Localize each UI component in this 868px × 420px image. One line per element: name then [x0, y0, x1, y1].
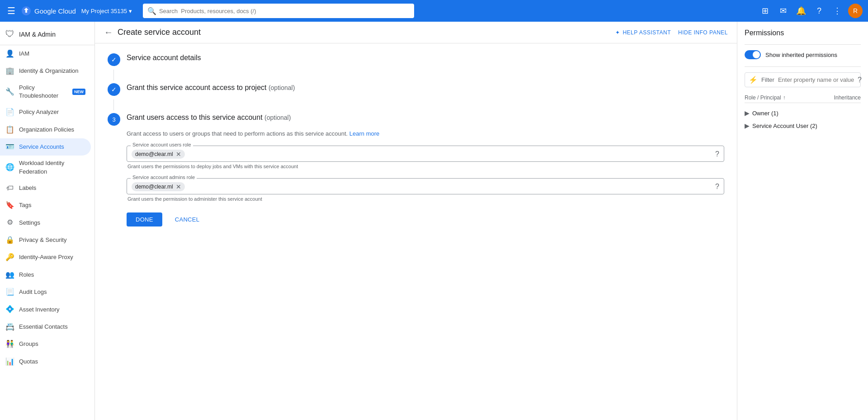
nav-right: ⊞ ✉ 🔔 ? ⋮ R: [758, 4, 863, 18]
users-role-input[interactable]: [188, 151, 713, 157]
search-input[interactable]: [143, 4, 414, 18]
hamburger-menu[interactable]: ☰: [5, 4, 17, 18]
app-layout: 🛡 IAM & Admin 👤 IAM 🏢 Identity & Organiz…: [0, 22, 868, 420]
help-icon[interactable]: ?: [812, 4, 826, 18]
roles-icon: 👥: [5, 270, 14, 280]
admins-role-input[interactable]: [188, 183, 713, 190]
security-icon: 🔒: [5, 235, 14, 245]
help-assistant-button[interactable]: ✦ HELP ASSISTANT: [615, 29, 671, 36]
panel-divider-mid: [745, 66, 861, 67]
google-cloud-logo: Google Cloud: [21, 5, 76, 16]
sidebar-item-tags[interactable]: 🔖 Tags: [0, 197, 91, 214]
step-1-content: Service account details: [127, 52, 201, 63]
users-role-chip-close[interactable]: ✕: [176, 151, 181, 158]
chevron-down-icon: ▾: [129, 8, 132, 14]
diamond-icon: 💠: [5, 304, 14, 314]
sidebar-item-label: Asset Inventory: [19, 306, 60, 314]
sidebar-item-groups[interactable]: 👫 Groups: [0, 335, 91, 353]
sidebar-item-iam[interactable]: 👤 IAM: [0, 45, 91, 62]
top-nav: ☰ Google Cloud My Project 35135 ▾ 🔍 ⊞ ✉ …: [0, 0, 868, 22]
sidebar-item-label: Quotas: [19, 358, 38, 366]
search-bar: 🔍: [143, 4, 414, 18]
vpn-icon: 🔑: [5, 252, 14, 262]
admins-role-help-icon[interactable]: ?: [715, 183, 719, 191]
sidebar-item-label: Policy Analyzer: [19, 108, 59, 116]
admins-role-wrapper: Service account admins role demo@clear.m…: [127, 178, 724, 194]
inherited-permissions-toggle[interactable]: [745, 50, 761, 59]
sidebar-item-workload-identity[interactable]: 🌐 Workload Identity Federation: [0, 156, 91, 179]
panel-title: Permissions: [745, 29, 861, 37]
sidebar-item-org-policies[interactable]: 📋 Organization Policies: [0, 121, 91, 138]
policy-icon: 📋: [5, 125, 14, 135]
sidebar-item-identity-org[interactable]: 🏢 Identity & Organization: [0, 62, 91, 80]
expand-owner-icon: ▶: [745, 109, 750, 117]
group-icon: 👫: [5, 339, 14, 349]
step-2-content: Grant this service account access to pro…: [127, 82, 295, 93]
account-tree-icon: 🌐: [5, 162, 14, 172]
sidebar-item-asset-inventory[interactable]: 💠 Asset Inventory: [0, 301, 91, 318]
filter-help-icon[interactable]: ?: [858, 76, 862, 84]
filter-label: Filter: [761, 76, 774, 83]
users-role-field-group: Service account users role demo@clear.ml…: [127, 146, 724, 169]
sidebar-item-label: Groups: [19, 340, 38, 348]
steps-container: ✓ Service account details ✓ Grant this s…: [95, 43, 737, 420]
users-role-hint: Grant users the permissions to deploy jo…: [127, 164, 724, 169]
sidebar-item-privacy-security[interactable]: 🔒 Privacy & Security: [0, 231, 91, 249]
apps-icon[interactable]: ⊞: [758, 4, 772, 18]
step-3-description: Grant access to users or groups that nee…: [127, 129, 724, 138]
check-icon: ✓: [111, 56, 117, 63]
expand-sau-icon: ▶: [745, 122, 750, 129]
more-vert-icon[interactable]: ⋮: [830, 4, 844, 18]
learn-more-link[interactable]: Learn more: [349, 130, 379, 137]
help-assistant-label: HELP ASSISTANT: [623, 29, 671, 36]
sidebar-item-label: Roles: [19, 271, 34, 279]
sidebar-item-quotas[interactable]: 📊 Quotas: [0, 353, 91, 370]
sidebar-item-audit-logs[interactable]: 📃 Audit Logs: [0, 283, 91, 301]
users-role-help-icon[interactable]: ?: [715, 150, 719, 158]
users-role-chip: demo@clear.ml ✕: [132, 150, 185, 159]
sidebar-item-roles[interactable]: 👥 Roles: [0, 266, 91, 283]
project-selector[interactable]: My Project 35135 ▾: [81, 8, 132, 14]
right-panel: Permissions Show inherited permissions ⚡…: [737, 22, 868, 420]
sidebar-item-service-accounts[interactable]: 🪪 Service Accounts: [0, 138, 91, 156]
step-1-title: Service account details: [127, 52, 201, 63]
sidebar-item-labels[interactable]: 🏷 Labels: [0, 179, 91, 197]
sidebar-item-label: Policy Troubleshooter: [19, 84, 66, 100]
permission-row-owner[interactable]: ▶ Owner (1): [745, 107, 861, 119]
sidebar-item-policy-troubleshooter[interactable]: 🔧 Policy Troubleshooter NEW: [0, 80, 91, 104]
back-button[interactable]: ←: [104, 27, 113, 38]
sidebar: 🛡 IAM & Admin 👤 IAM 🏢 Identity & Organiz…: [0, 22, 95, 420]
sidebar-item-settings[interactable]: ⚙ Settings: [0, 214, 91, 231]
step-2-title: Grant this service account access to pro…: [127, 82, 295, 93]
done-button[interactable]: DONE: [127, 212, 162, 227]
sidebar-item-essential-contacts[interactable]: 📇 Essential Contacts: [0, 318, 91, 335]
sort-asc-icon[interactable]: ↑: [783, 94, 786, 101]
sidebar-item-label: Essential Contacts: [19, 323, 68, 331]
step-1-row: ✓ Service account details: [108, 52, 724, 66]
users-role-chip-row: demo@clear.ml ✕ ?: [132, 150, 719, 159]
admins-role-legend: Service account admins role: [131, 175, 197, 180]
users-role-wrapper: Service account users role demo@clear.ml…: [127, 146, 724, 162]
sidebar-item-identity-aware-proxy[interactable]: 🔑 Identity-Aware Proxy: [0, 249, 91, 266]
admins-role-chip-close[interactable]: ✕: [176, 183, 181, 190]
permission-row-service-account-user[interactable]: ▶ Service Account User (2): [745, 119, 861, 132]
step-3-number: 3: [112, 116, 115, 123]
contacts-icon: 📇: [5, 322, 14, 332]
sidebar-item-label: Workload Identity Federation: [19, 159, 85, 175]
avatar[interactable]: R: [848, 4, 863, 18]
filter-input[interactable]: [778, 76, 854, 83]
step-3-subtitle: (optional): [264, 114, 291, 121]
shield-icon: 🛡: [5, 29, 14, 39]
hide-info-panel-button[interactable]: HIDE INFO PANEL: [678, 29, 728, 36]
sidebar-item-label: Service Accounts: [19, 143, 64, 151]
sidebar-item-label: Identity & Organization: [19, 67, 79, 75]
email-icon[interactable]: ✉: [776, 4, 790, 18]
sidebar-item-policy-analyzer[interactable]: 📄 Policy Analyzer: [0, 104, 91, 121]
panel-divider-top: [745, 44, 861, 45]
page-header-left: ← Create service account: [104, 27, 201, 38]
sidebar-item-label: Audit Logs: [19, 288, 47, 296]
step-connector-2: [113, 99, 114, 110]
admins-role-chip-text: demo@clear.ml: [135, 184, 173, 190]
cancel-button[interactable]: CANCEL: [168, 212, 207, 227]
notifications-icon[interactable]: 🔔: [794, 4, 808, 18]
